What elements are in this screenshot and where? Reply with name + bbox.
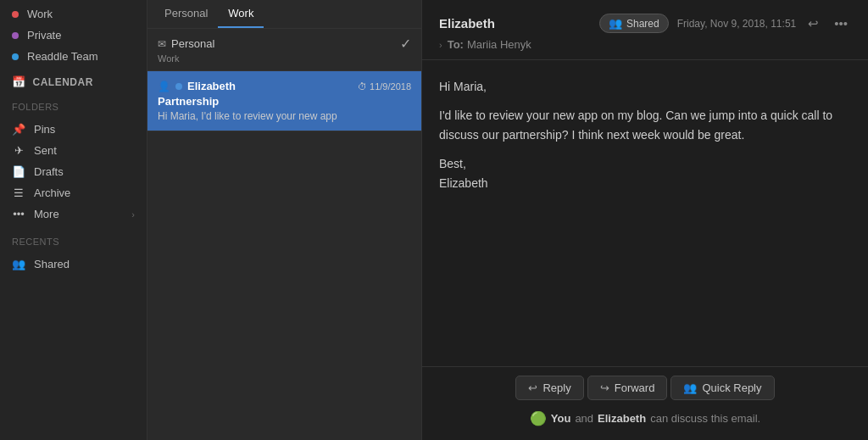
shared-dot-indicator: [175, 83, 182, 90]
more-options-button[interactable]: •••: [831, 14, 851, 32]
list-item[interactable]: 👤 Elizabeth ⏱ 11/9/2018 Partnership Hi M…: [147, 71, 421, 131]
chevron-right-icon: ›: [439, 40, 442, 50]
email-body: Hi Maria, I'd like to review your new ap…: [422, 60, 868, 366]
forward-button[interactable]: ↪ Forward: [587, 376, 668, 400]
check-icon: ✓: [400, 36, 411, 52]
recents-label: Recents: [0, 228, 147, 250]
personal-account-name: Personal: [171, 37, 214, 50]
personal-account-sub: Work: [158, 53, 411, 64]
sidebar-item-label: Archive: [34, 187, 70, 199]
discuss-you: You: [551, 412, 571, 425]
email-footer: ↩ Reply ↪ Forward 👥 Quick Reply 🟢 You an…: [422, 366, 868, 440]
discuss-icon: 🟢: [530, 410, 547, 426]
discuss-bar: 🟢 You and Elizabeth can discuss this ema…: [530, 410, 760, 426]
mail-icon: ✉: [158, 38, 166, 50]
email-subject: Partnership: [158, 95, 411, 108]
quick-reply-button[interactable]: 👥 Quick Reply: [670, 376, 774, 400]
list-item[interactable]: ✉ Personal ✓ Work: [147, 29, 421, 71]
discuss-and: and: [575, 412, 593, 425]
email-list-panel: Personal Work ✉ Personal ✓ Work 👤 Elizab…: [147, 0, 422, 440]
chevron-right-icon: ›: [131, 209, 135, 220]
reply-icon-button[interactable]: ↩: [804, 14, 822, 33]
sidebar-item-drafts[interactable]: 📄 Drafts: [0, 161, 147, 182]
reply-button[interactable]: ↩ Reply: [515, 376, 583, 400]
discuss-elizabeth: Elizabeth: [598, 412, 646, 425]
sidebar-item-private[interactable]: Private: [0, 25, 147, 46]
email-signoff: Best, Elizabeth: [439, 154, 851, 192]
calendar-icon: 📅: [12, 75, 26, 88]
quick-reply-label: Quick Reply: [702, 382, 761, 394]
email-sender-name: Elizabeth: [187, 80, 236, 92]
sidebar: Work Private Readdle Team 📅 CALENDAR Fol…: [0, 0, 147, 440]
email-detail-panel: Elizabeth 👥 Shared Friday, Nov 9, 2018, …: [422, 0, 868, 440]
calendar-label: CALENDAR: [33, 76, 93, 88]
email-body-text: I'd like to review your new app on my bl…: [439, 106, 851, 144]
email-list: ✉ Personal ✓ Work 👤 Elizabeth ⏱ 11/9/201…: [147, 29, 421, 440]
sidebar-item-archive[interactable]: ☰ Archive: [0, 182, 147, 203]
email-to-address: Mariia Henyk: [467, 38, 531, 51]
drafts-icon: 📄: [12, 165, 25, 178]
email-greeting: Hi Maria,: [439, 77, 851, 96]
quick-reply-icon: 👥: [683, 382, 697, 394]
shared-badge-label: Shared: [626, 18, 659, 30]
sidebar-item-label: Readdle Team: [27, 50, 98, 63]
clock-icon: ⏱: [358, 81, 367, 92]
sender-avatar-icon: 👤: [158, 81, 170, 92]
sidebar-item-more[interactable]: ••• More ›: [0, 203, 147, 225]
reply-label: Reply: [542, 382, 570, 394]
sidebar-item-sent[interactable]: ✈ Sent: [0, 140, 147, 161]
sidebar-item-readdle-team[interactable]: Readdle Team: [0, 46, 147, 67]
private-dot: [12, 32, 19, 39]
sidebar-item-label: Work: [27, 8, 53, 20]
email-preview: Hi Maria, I'd like to review your new ap…: [158, 110, 411, 122]
email-from: Elizabeth: [439, 16, 495, 31]
sidebar-item-pins[interactable]: 📌 Pins: [0, 119, 147, 140]
action-buttons: ↩ Reply ↪ Forward 👥 Quick Reply: [515, 376, 774, 400]
more-icon: •••: [12, 208, 25, 220]
sidebar-item-work[interactable]: Work: [0, 3, 147, 25]
folders-label: Folders: [0, 93, 147, 115]
pins-icon: 📌: [12, 123, 25, 136]
email-header: Elizabeth 👥 Shared Friday, Nov 9, 2018, …: [422, 0, 868, 60]
sidebar-item-shared[interactable]: 👥 Shared: [0, 253, 147, 275]
tab-personal[interactable]: Personal: [154, 0, 218, 28]
to-label: To:: [448, 38, 464, 51]
sidebar-item-label: Shared: [34, 258, 70, 270]
email-date: 11/9/2018: [370, 81, 411, 92]
shared-badge[interactable]: 👥 Shared: [599, 14, 669, 33]
readdle-dot: [12, 53, 19, 60]
forward-icon: ↪: [600, 382, 609, 394]
calendar-section[interactable]: 📅 CALENDAR: [0, 70, 147, 93]
shared-icon: 👥: [12, 258, 25, 270]
tab-work[interactable]: Work: [218, 0, 264, 28]
email-timestamp: Friday, Nov 9, 2018, 11:51: [677, 18, 797, 30]
forward-label: Forward: [615, 382, 655, 394]
sidebar-item-label: Drafts: [34, 165, 64, 178]
sidebar-item-label: More: [34, 208, 59, 220]
sidebar-item-label: Private: [27, 29, 61, 42]
archive-icon: ☰: [12, 187, 25, 199]
sidebar-item-label: Pins: [34, 123, 55, 136]
discuss-suffix: can discuss this email.: [650, 412, 760, 425]
sent-icon: ✈: [12, 144, 25, 157]
tabs-bar: Personal Work: [147, 0, 421, 29]
reply-icon: ↩: [528, 382, 537, 394]
work-dot: [12, 11, 19, 18]
sidebar-item-label: Sent: [34, 144, 57, 157]
shared-badge-icon: 👥: [609, 17, 622, 30]
